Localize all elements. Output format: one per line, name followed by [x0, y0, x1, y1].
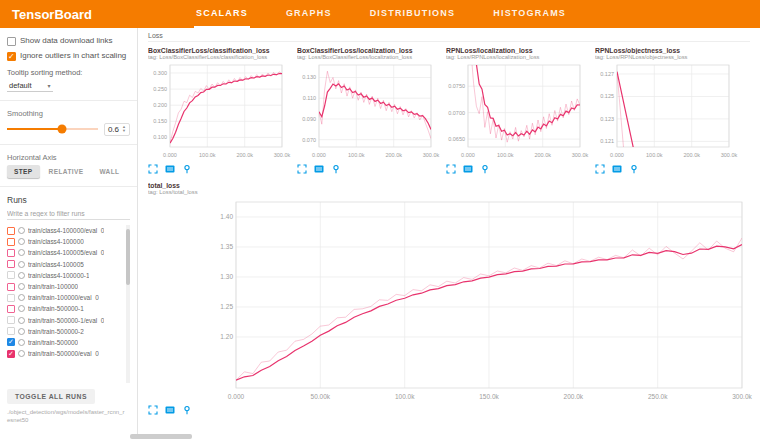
- svg-text:100.0k: 100.0k: [497, 152, 514, 158]
- svg-text:300.0k: 300.0k: [572, 152, 589, 158]
- axis-step-button[interactable]: STEP: [7, 165, 40, 178]
- run-isolate-icon[interactable]: [18, 272, 25, 279]
- run-list-item[interactable]: train/train-500000-2: [7, 326, 123, 337]
- runs-scrollbar-thumb[interactable]: [126, 229, 130, 285]
- run-checkbox[interactable]: [7, 338, 15, 346]
- tab-distributions[interactable]: DISTRIBUTIONS: [368, 0, 458, 28]
- run-list-item[interactable]: train/class4-100005: [7, 259, 123, 270]
- run-checkbox[interactable]: [7, 327, 15, 335]
- runs-filter-input[interactable]: [7, 208, 130, 220]
- run-isolate-icon[interactable]: [18, 227, 25, 234]
- run-checkbox[interactable]: [7, 260, 15, 268]
- data-table-icon[interactable]: [612, 164, 622, 174]
- run-isolate-icon[interactable]: [18, 350, 25, 357]
- run-checkbox[interactable]: [7, 294, 15, 302]
- run-isolate-icon[interactable]: [18, 328, 25, 335]
- data-table-icon[interactable]: [314, 164, 324, 174]
- run-list-item[interactable]: train/train-500000: [7, 337, 123, 348]
- run-list-item[interactable]: train/class4-100000/eval_0: [7, 225, 123, 236]
- run-list-item[interactable]: train/train-500000-1: [7, 303, 123, 314]
- pin-card-icon[interactable]: [182, 405, 192, 415]
- svg-text:200.0k: 200.0k: [236, 152, 253, 158]
- expand-card-icon[interactable]: [297, 164, 307, 174]
- svg-text:150.0k: 150.0k: [479, 393, 499, 400]
- run-checkbox[interactable]: [7, 238, 15, 246]
- run-isolate-icon[interactable]: [18, 238, 25, 245]
- axis-relative-button[interactable]: RELATIVE: [42, 165, 91, 178]
- data-table-icon[interactable]: [463, 164, 473, 174]
- run-isolate-icon[interactable]: [18, 283, 25, 290]
- axis-wall-button[interactable]: WALL: [92, 165, 126, 178]
- svg-text:200.0k: 200.0k: [683, 152, 700, 158]
- show-download-links-row[interactable]: Show data download links: [7, 36, 130, 46]
- pin-card-icon[interactable]: [182, 164, 192, 174]
- run-list-item[interactable]: train/class4-100000-1: [7, 270, 123, 281]
- run-isolate-icon[interactable]: [18, 249, 25, 256]
- run-checkbox[interactable]: [7, 271, 15, 279]
- smoothing-slider-fill: [7, 128, 62, 130]
- run-checkbox[interactable]: [7, 305, 15, 313]
- pin-card-icon[interactable]: [331, 164, 341, 174]
- svg-text:1.30: 1.30: [220, 273, 233, 280]
- horizontal-scrollbar-thumb[interactable]: [130, 434, 192, 439]
- smoothing-value-box[interactable]: 0.6 ▲▼: [104, 123, 130, 136]
- toggle-all-runs-button[interactable]: TOGGLE ALL RUNS: [7, 389, 95, 404]
- run-name: train/train-500000: [28, 339, 78, 346]
- svg-text:200.0k: 200.0k: [564, 393, 584, 400]
- runs-scrollbar-track[interactable]: [126, 225, 130, 383]
- run-isolate-icon[interactable]: [18, 294, 25, 301]
- smoothing-slider[interactable]: [7, 128, 98, 130]
- run-checkbox[interactable]: [7, 249, 15, 257]
- scalar-plot[interactable]: 0.1210.1230.1250.1270.000100.0k200.0k300…: [595, 61, 735, 161]
- svg-text:0.127: 0.127: [600, 71, 614, 77]
- show-download-links-checkbox[interactable]: [7, 37, 16, 46]
- run-name: train/train-500000-2: [28, 328, 84, 335]
- run-isolate-icon[interactable]: [18, 261, 25, 268]
- svg-text:1.35: 1.35: [220, 243, 233, 250]
- run-name: train/train-500000-1: [28, 305, 84, 312]
- smoothing-slider-thumb[interactable]: [57, 125, 66, 134]
- scalar-plot[interactable]: 0.0700.0900.1100.1300.000100.0k200.0k300…: [297, 61, 437, 161]
- run-name: train/train-100000: [28, 283, 78, 290]
- category-header-loss[interactable]: Loss: [148, 32, 750, 42]
- svg-text:0.000: 0.000: [312, 152, 326, 158]
- run-isolate-icon[interactable]: [18, 317, 25, 324]
- run-isolate-icon[interactable]: [18, 305, 25, 312]
- expand-card-icon[interactable]: [148, 164, 158, 174]
- charts-main-area: Loss BoxClassifierLoss/classification_lo…: [138, 28, 760, 438]
- stepper-arrows-icon[interactable]: ▲▼: [122, 125, 126, 134]
- run-list-item[interactable]: train/train-100000: [7, 281, 123, 292]
- pin-card-icon[interactable]: [629, 164, 639, 174]
- run-list-item[interactable]: train/train-500000/eval_0: [7, 348, 123, 359]
- run-list-item[interactable]: train/train-100000/eval_0: [7, 292, 123, 303]
- data-table-icon[interactable]: [165, 405, 175, 415]
- tooltip-sort-select[interactable]: default ▾: [7, 80, 53, 92]
- svg-text:1.25: 1.25: [220, 303, 233, 310]
- data-table-icon[interactable]: [165, 164, 175, 174]
- tab-histograms[interactable]: HISTOGRAMS: [491, 0, 568, 28]
- chevron-down-icon: ▾: [48, 82, 51, 89]
- expand-card-icon[interactable]: [148, 405, 158, 415]
- run-checkbox[interactable]: [7, 283, 15, 291]
- run-list-item[interactable]: train/class4-100000: [7, 236, 123, 247]
- expand-card-icon[interactable]: [446, 164, 456, 174]
- run-checkbox[interactable]: [7, 227, 15, 235]
- pin-card-icon[interactable]: [480, 164, 490, 174]
- tab-scalars[interactable]: SCALARS: [194, 0, 250, 28]
- run-isolate-icon[interactable]: [18, 339, 25, 346]
- run-list-item[interactable]: train/class4-100005/eval_0: [7, 247, 123, 258]
- ignore-outliers-row[interactable]: Ignore outliers in chart scaling: [7, 51, 130, 61]
- expand-card-icon[interactable]: [595, 164, 605, 174]
- total-loss-plot[interactable]: 1.201.251.301.351.400.00050.00k100.0k150…: [148, 196, 752, 402]
- run-list-item[interactable]: train/train-500000-1/eval_0: [7, 315, 123, 326]
- horizontal-axis-label: Horizontal Axis: [7, 153, 130, 162]
- divider: [0, 144, 137, 145]
- ignore-outliers-checkbox[interactable]: [7, 52, 16, 61]
- tab-graphs[interactable]: GRAPHS: [284, 0, 334, 28]
- scalar-plot[interactable]: 0.1000.1500.2000.2500.3000.000100.0k200.…: [148, 61, 288, 161]
- scalar-plot[interactable]: 0.06500.07000.07500.000100.0k200.0k300.0…: [446, 61, 586, 161]
- svg-text:0.110: 0.110: [303, 95, 316, 101]
- svg-text:200.0k: 200.0k: [385, 152, 402, 158]
- run-checkbox[interactable]: [7, 350, 15, 358]
- run-checkbox[interactable]: [7, 316, 15, 324]
